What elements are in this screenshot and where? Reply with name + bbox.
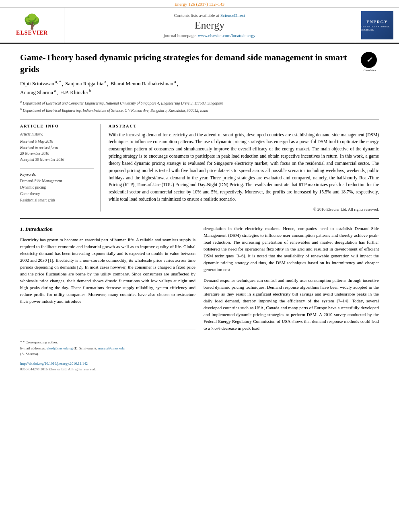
author-dipti: Dipti Srinivasan [20,81,54,87]
footnote-star: * [20,340,23,344]
journal-name: Energy [195,19,225,31]
energy-badge: ENERGY THE INTERNATIONAL JOURNAL [361,11,393,39]
email-label: E-mail addresses: [20,346,46,350]
footnotes-area: * * Corresponding author. E-mail address… [20,309,195,372]
affiliations-section: a Department of Electrical and Computer … [20,100,379,114]
received-date: Received 5 May 2016 [20,139,94,145]
keywords-section: Keywords: Demand-Side Management Dynamic… [20,173,94,204]
corresponding-author-note: * * Corresponding author. [20,339,195,345]
info-divider [20,168,94,168]
homepage-label: journal homepage: [164,33,197,38]
affiliation-b: b Department of Electrical Engineering, … [20,107,379,113]
keyword-2: Dynamic pricing [20,184,94,191]
copyright-line: © 2016 Elsevier Ltd. All rights reserved… [109,207,379,212]
author-hp-sup: b [88,88,91,93]
author-hp: H.P. Khincha [60,89,88,95]
received-revised-date: 29 November 2016 [20,151,94,157]
affil-a-sup: a [20,100,22,104]
email1-link[interactable]: elesd@nus.edu.sg [47,346,73,350]
homepage-link[interactable]: www.elsevier.com/locate/energy [198,33,255,38]
journal-header-center: Contents lists available at ScienceDirec… [64,8,355,43]
main-content: Game-Theory based dynamic pricing strate… [0,44,399,380]
body-content: 1. Introduction Electricity has grown to… [20,225,379,372]
keyword-4: Residential smart grids [20,197,94,203]
article-history: Article history: Received 5 May 2016 Rec… [20,131,94,163]
homepage-line: journal homepage: www.elsevier.com/locat… [164,33,255,38]
body-para-2: deregulation in their electricity market… [204,225,379,273]
article-info-col: ARTICLE INFO Article history: Received 5… [20,124,101,212]
keywords-list: Demand-Side Management Dynamic pricing G… [20,178,94,204]
authors-section: Dipti Srinivasan a, *, Sanjana Rajgarhia… [20,79,379,97]
contents-available-text: Contents lists available at [174,13,219,18]
author-anurag-sup: a [53,88,56,93]
author-sanjana-sup: a [103,80,106,84]
article-title: Game-Theory based dynamic pricing strate… [20,52,355,75]
author-dipti-sup: a, * [54,80,61,84]
sciencedirect-link[interactable]: ScienceDirect [220,13,245,18]
elsevier-logo: 🌳 ELSEVIER [16,14,48,36]
section-divider-1 [20,119,379,120]
keywords-title: Keywords: [20,173,94,177]
journal-header: 🌳 ELSEVIER Contents lists available at S… [0,8,399,44]
section-1-title: 1. Introduction [20,225,195,233]
article-info-abstract-section: ARTICLE INFO Article history: Received 5… [20,124,379,212]
energy-badge-subtitle: THE INTERNATIONAL JOURNAL [361,25,393,31]
author-bharat-sup: a [173,80,176,84]
elsevier-tree-icon: 🌳 [23,14,41,29]
email2-name-line: (A. Sharma). [20,351,195,357]
affil-b-text: Department of Electrical Engineering, In… [23,109,208,113]
body-divider [20,218,379,219]
keyword-3: Game theory [20,191,94,197]
crossmark-icon: ✓ [361,52,377,68]
received-revised-label: Received in revised form [20,145,94,151]
body-col-right: deregulation in their electricity market… [204,225,379,372]
crossmark-label: CrossMark [361,69,379,72]
elsevier-name: ELSEVIER [16,30,48,36]
abstract-col: ABSTRACT With the increasing demand for … [109,124,379,212]
article-title-section: Game-Theory based dynamic pricing strate… [20,52,379,75]
energy-badge-section: ENERGY THE INTERNATIONAL JOURNAL [355,8,399,43]
email1-name: (D. Srinivasan), [74,346,97,350]
sciencedirect-line: Contents lists available at ScienceDirec… [174,13,245,18]
footnote-divider [20,329,195,329]
body-col-left: 1. Introduction Electricity has grown to… [20,225,195,372]
abstract-text: With the increasing demand for electrici… [109,131,379,203]
footnotes-section: * * Corresponding author. E-mail address… [20,336,195,357]
affiliation-a: a Department of Electrical and Computer … [20,100,379,106]
keyword-1: Demand-Side Management [20,178,94,184]
author-bharat: Bharat Menon Radhakrishnan [111,81,173,87]
issn-line: 0360-5442/© 2016 Elsevier Ltd. All right… [20,367,195,372]
journal-top-bar: Energy 126 (2017) 132–143 [0,0,399,8]
journal-citation: Energy 126 (2017) 132–143 [175,2,224,6]
author-sanjana: Sanjana Rajgarhia [65,81,103,87]
abstract-heading: ABSTRACT [109,124,379,128]
author-anurag: Anurag Sharma [20,89,53,95]
page-container: Energy 126 (2017) 132–143 🌳 ELSEVIER Con… [0,0,399,380]
corresponding-author-text: * Corresponding author. [23,340,58,344]
affil-b-sup: b [20,107,22,111]
email-line: E-mail addresses: elesd@nus.edu.sg (D. S… [20,345,195,351]
energy-badge-title: ENERGY [366,19,388,24]
crossmark-badge: ✓ CrossMark [361,52,379,70]
accepted-date: Accepted 30 November 2016 [20,157,94,163]
doi-link[interactable]: http://dx.doi.org/10.1016/j.energy.2016.… [20,362,88,366]
email2-name: (A. Sharma). [20,352,39,356]
email2-link[interactable]: anurag@u.nus.edu [98,346,125,350]
elsevier-logo-section: 🌳 ELSEVIER [0,8,64,43]
affil-a-text: Department of Electrical and Computer En… [23,101,223,105]
body-para-3: Demand response techniques can control a… [204,277,379,332]
body-para-1: Electricity has grown to become an essen… [20,236,195,305]
article-history-title: Article history: [20,131,94,138]
article-info-heading: ARTICLE INFO [20,124,94,128]
doi-section: http://dx.doi.org/10.1016/j.energy.2016.… [20,361,195,367]
